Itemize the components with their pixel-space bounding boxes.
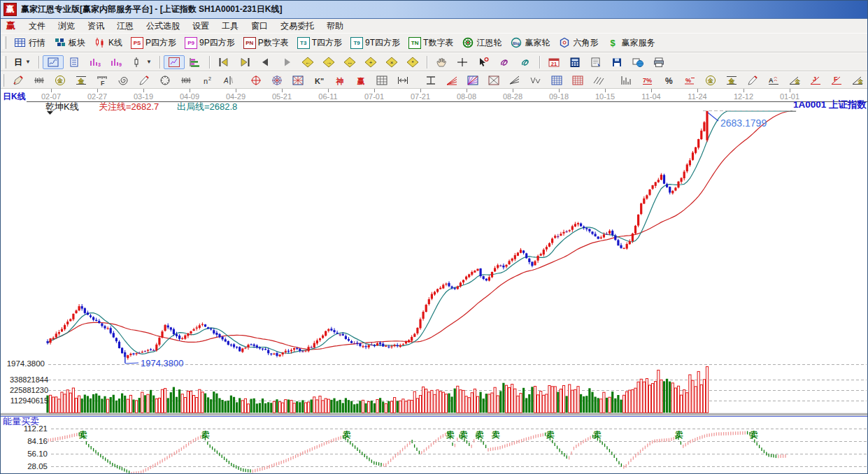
- spiral-tool-button[interactable]: [113, 73, 134, 87]
- shen-tool-button[interactable]: 神: [329, 73, 350, 87]
- gold-section-tool-button[interactable]: 金: [721, 73, 742, 87]
- crosshair-tool-button[interactable]: [452, 55, 473, 69]
- angle-lines-tool-button[interactable]: [504, 73, 525, 87]
- red-pen-tool-button[interactable]: [742, 73, 763, 87]
- p-square-button[interactable]: PSP四方形: [127, 36, 180, 50]
- candle-style-button[interactable]: ▼: [127, 55, 156, 69]
- grid-red-tool-button[interactable]: [567, 73, 588, 87]
- pattern-window-toggle-button[interactable]: [43, 55, 64, 69]
- delete-cursor-tool-button[interactable]: [473, 55, 494, 69]
- qiankun-kline-toggle-button[interactable]: [164, 55, 185, 69]
- box-diagonal-tool-button[interactable]: [483, 73, 504, 87]
- winner-wheel-button[interactable]: Big赢家轮: [506, 36, 554, 50]
- target-cross-tool-button[interactable]: [246, 73, 266, 87]
- window-titlebar[interactable]: 赢 赢家江恩专业版[赢家内部服务平台] - [上证指数 SH1A0001-231…: [1, 1, 867, 19]
- fan-box-tool-button[interactable]: [462, 73, 483, 87]
- mirror-line-tool-button[interactable]: A: [218, 73, 239, 87]
- f-trend-tool-button[interactable]: F: [826, 73, 847, 87]
- time-cycle-button[interactable]: [155, 73, 176, 87]
- calculator-tool-button[interactable]: [564, 55, 585, 69]
- gold-angle-tool-button[interactable]: 金: [784, 73, 805, 87]
- j-trend-tool-button[interactable]: J: [805, 73, 826, 87]
- t-square-button[interactable]: T3T四方形: [293, 36, 346, 50]
- k-quote-tool-button[interactable]: K": [308, 73, 329, 87]
- ying-tool-button[interactable]: 赢: [350, 73, 371, 87]
- quotes-button[interactable]: 行情: [10, 36, 50, 50]
- hexagon-button[interactable]: 六角形: [554, 36, 602, 50]
- ribbon-purple-tool-button[interactable]: [494, 55, 515, 69]
- winner-service-button[interactable]: $赢家服务: [602, 36, 659, 50]
- menu-item-8[interactable]: 交易委托: [274, 19, 320, 34]
- menu-item-5[interactable]: 设置: [186, 19, 215, 34]
- menu-item-0[interactable]: 文件: [22, 19, 52, 34]
- goto-last-bar-button[interactable]: [234, 55, 255, 69]
- gann-scale-button[interactable]: [29, 73, 50, 87]
- parallel-lines-tool-button[interactable]: [588, 73, 609, 87]
- marker-pencil-button[interactable]: [134, 73, 155, 87]
- menu-item-4[interactable]: 公式选股: [140, 19, 186, 34]
- knotp-icon: [498, 57, 511, 68]
- menu-item-2[interactable]: 资讯: [81, 19, 111, 34]
- page-next-button[interactable]: [276, 55, 297, 69]
- price-bars-tool-button[interactable]: [616, 73, 637, 87]
- menu-logo-icon[interactable]: 赢: [6, 20, 15, 32]
- net-browser-tool-button[interactable]: [627, 55, 648, 69]
- main-chart-area[interactable]: 02-0702-2703-1904-0904-2905-2106-1107-01…: [1, 89, 868, 474]
- info-board-button[interactable]: [64, 55, 85, 69]
- sectors-button[interactable]: 板块: [50, 36, 90, 50]
- grid-blue-tool-button[interactable]: [546, 73, 567, 87]
- radial-web-tool-button[interactable]: [266, 73, 287, 87]
- price-scale-button[interactable]: [176, 73, 197, 87]
- calendar-tool-button[interactable]: 21: [543, 55, 564, 69]
- dropdown-arrow-icon: ▼: [146, 59, 152, 65]
- boxed-web-tool-button[interactable]: [287, 73, 308, 87]
- gann-diamond-h-button[interactable]: ↔: [339, 55, 360, 69]
- period-day-selector-button[interactable]: 日▼: [10, 57, 35, 68]
- gann-diamond-star-button[interactable]: *: [402, 55, 423, 69]
- menu-item-9[interactable]: 帮助: [320, 19, 350, 34]
- menu-item-1[interactable]: 浏览: [52, 19, 81, 34]
- print-tool-button[interactable]: [648, 55, 669, 69]
- menu-item-7[interactable]: 窗口: [245, 19, 274, 34]
- 9t-square-button[interactable]: T99T四方形: [346, 36, 404, 50]
- menu-item-3[interactable]: 江恩: [111, 19, 140, 34]
- memo-tool-button[interactable]: [585, 55, 606, 69]
- gann-diamond-right-button[interactable]: →: [318, 55, 339, 69]
- save-tool-button[interactable]: [606, 55, 627, 69]
- gann-wheel-button[interactable]: 江恩轮: [457, 36, 506, 50]
- p-number-table-button[interactable]: PNP数字表: [239, 36, 293, 50]
- bars-3-view-button[interactable]: 3: [85, 55, 106, 69]
- kline-chart-svg[interactable]: 02-0702-2703-1904-0904-2905-2106-1107-01…: [1, 89, 868, 474]
- x-axis-date-8: 07-21: [411, 92, 430, 101]
- bars-9-view-button[interactable]: 9: [106, 55, 127, 69]
- percent-tool-button[interactable]: %: [658, 73, 679, 87]
- gold-ratio-lines-1-button[interactable]: 金: [71, 73, 92, 87]
- pan-hand-tool-button[interactable]: [431, 55, 452, 69]
- menu-item-6[interactable]: 工具: [215, 19, 245, 34]
- gold-circle-tool-button[interactable]: 金: [700, 73, 721, 87]
- gann-diamond-plus-button[interactable]: +: [360, 55, 381, 69]
- 9p-square-button[interactable]: P99P四方形: [180, 36, 239, 50]
- draw-pencil-button[interactable]: [8, 73, 29, 87]
- wave-abc-tool-button[interactable]: A: [763, 73, 784, 87]
- n-square-tool-button[interactable]: n2: [197, 73, 218, 87]
- volume-profile-button[interactable]: [185, 55, 206, 69]
- percent-7-tool-button[interactable]: 7%: [637, 73, 658, 87]
- ribbon-teal-tool-button[interactable]: [515, 55, 536, 69]
- kline-mode-dropdown-icon[interactable]: [47, 111, 53, 115]
- gann-frame-tool-button[interactable]: [420, 73, 441, 87]
- percent-retrace-tool-button[interactable]: %: [679, 73, 700, 87]
- page-prev-button[interactable]: [255, 55, 276, 69]
- fib-scale-button[interactable]: F: [92, 73, 113, 87]
- t-number-table-button[interactable]: TNT数字表: [404, 36, 457, 50]
- goto-first-bar-button[interactable]: [213, 55, 234, 69]
- wave-v-tool-button[interactable]: [525, 73, 546, 87]
- gann-diamond-left-button[interactable]: ←: [297, 55, 318, 69]
- gold-ratio-circle-1-button[interactable]: 金: [50, 73, 71, 87]
- kline-button[interactable]: K线: [90, 36, 127, 50]
- gold-trend-tool-button[interactable]: 金: [847, 73, 868, 87]
- grid-123-tool-button[interactable]: [371, 73, 392, 87]
- fan-lines-tool-button[interactable]: [441, 73, 462, 87]
- gann-diamond-x-button[interactable]: ×: [381, 55, 402, 69]
- bar-span-tool-button[interactable]: [392, 73, 413, 87]
